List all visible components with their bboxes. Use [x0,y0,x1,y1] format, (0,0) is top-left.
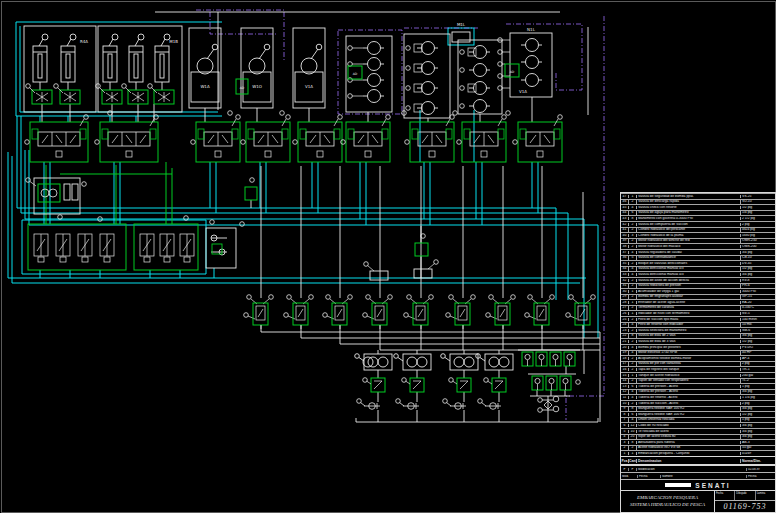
legend-pos: 11 [621,396,629,399]
legend-description: Motor electrico 1750 RPM [637,351,740,354]
legend-model: SM-6 [740,329,775,332]
legend-description: Valvula de bola de 2 vias [637,334,740,337]
name-row: Mod. Fecha Nombre Fecha [621,473,775,480]
motor-1-label: W1A [200,84,210,89]
project-title: EMBARCACION PESQUERA SISTEMA HIDRAULICO … [621,491,715,512]
legend-pos: 26 [621,312,629,315]
legend-description: Codo de 90 roscado [637,424,740,427]
legend-model: 10 mic [740,323,775,326]
hydraulic-cylinder-group-b [103,34,170,82]
legend-model: 1/4 plg [740,211,775,214]
legend-pos: 17 [621,362,629,365]
legend-model: 3/4 plg [740,334,775,337]
legend-qty: 8 [629,441,637,444]
legend-model: 40 HP [740,351,775,354]
legend-model: TL-2 [740,379,775,382]
legend-qty: 2 [629,262,637,265]
legend-pos: 6 [621,424,629,427]
legend-model: GP-15 [740,295,775,298]
bank-right-label: N1L [527,27,536,32]
legend-qty: 1 [629,195,637,198]
legend-qty: 5 [629,256,637,259]
mini-cell-1: Fecha [715,491,735,500]
legend-pos: 22 [621,334,629,337]
company-logo [665,483,691,487]
legend-pos: 9 [621,407,629,410]
legend-model: 3/4 plg [740,251,775,254]
legend-description: Valvula de seguridad de bomba ppal. [637,195,740,198]
legend-description: Manguera flexible SAE 100 R2 [637,407,740,410]
legend-model: CB-10 [740,256,775,259]
legend-model: 3/4 plg [740,435,775,438]
pressure-valve-row [244,295,596,329]
legend-description: Valvula direccional manual 4/3 [637,267,740,270]
legend-description: Tuberia de succion - Acero [637,402,740,405]
name-row-c1: Mod. [621,475,638,478]
cad-viewport: { "drawing": { "labels": { "cyl_group_a"… [0,0,776,513]
revision-row: P F Modificacion 02-08-97 [621,466,775,473]
legend-qty: 4 [629,351,637,354]
legend-model: AB-3 [740,441,775,444]
legend-description: Valvula selectora de manometro [637,329,740,332]
drawing-number: 01169-753 [715,501,775,512]
legend-qty: 20 [629,435,637,438]
legend-description: Niple de acero cedula 80 [637,435,740,438]
legend-pos: 8 [621,413,629,416]
legend-description: Filtro de succion tipo malla [637,318,740,321]
rev-change: Modificacion [637,468,747,471]
legend-description: Aceite hidraulico ISO VG 68 [637,446,740,449]
legend-pos: 38 [621,245,629,248]
legend-qty: 10 [629,430,637,433]
title-right: Fecha Dibujado Lamina 01169-753 [715,491,775,512]
rev-date: 02-08-97 [747,468,775,471]
legend-description: Cilindro hidraulico de la pluma [637,234,740,237]
legend-pos: 32 [621,279,629,282]
legend-description: Valvula de compuerta de succion [637,223,740,226]
legend-header-desc: Denominacion [637,459,740,463]
legend-qty: 2 [629,368,637,371]
legend-pos: 7 [621,418,629,421]
legend-description: Cilindro hidraulico del pescante [637,228,740,231]
legend-pos: 5 [621,430,629,433]
legend-model: 200 gal [740,374,775,377]
bank-right-sub-label: V1A [519,89,527,94]
legend-qty: 2 [629,318,637,321]
legend-pos: 2 [621,446,629,449]
legend-pos: 27 [621,306,629,309]
rev-mark-2: F [629,468,637,471]
legend-description: Manguera flexible SAE 100 R2 [637,413,740,416]
legend-pos: 47 [621,195,629,198]
legend-model: 100 mesh [740,318,775,321]
legend-pos: 41 [621,228,629,231]
legend-qty: 2 [629,279,637,282]
name-row-c2: Fecha [638,475,661,478]
legend-description: Valvula check con resorte [637,206,740,209]
legend-pos: 36 [621,256,629,259]
legend-pos: 16 [621,368,629,371]
legend-pos: 14 [621,379,629,382]
legend-description: Tuberia de retorno - Acero [637,396,740,399]
legend-header-pos: Pza [621,459,629,463]
legend-model: 2 1/2 plg [740,217,775,220]
legend-pos: 25 [621,318,629,321]
legend-description: Bomba principal de pistones [637,346,740,349]
legend-description: Valvula de bola de 3 vias [637,340,740,343]
legend-description: Acoplamiento flexible bomba-motor [637,357,740,360]
legend-qty: 2 [629,362,637,365]
legend-description: Valvula reguladora de caudal [637,251,740,254]
legend-description: Te roscada de acero [637,430,740,433]
legend-qty: 2 [629,284,637,287]
legend-pos: 3 [621,441,629,444]
legend-qty: 4 [629,396,637,399]
legend-pos: 37 [621,251,629,254]
cylinder-group-a-label: R4A [80,39,88,44]
legend-qty: 2 [629,446,637,449]
legend-model: 1/2 plg [740,267,775,270]
legend-qty: 6 [629,385,637,388]
directional-valve-blocks [25,115,563,162]
legend-qty: 4 [629,273,637,276]
legend-qty: 4 [629,323,637,326]
legend-model: VD-10 [740,200,775,203]
legend-model: 1 plg [740,385,775,388]
legend-model: 0-100 C [740,306,775,309]
